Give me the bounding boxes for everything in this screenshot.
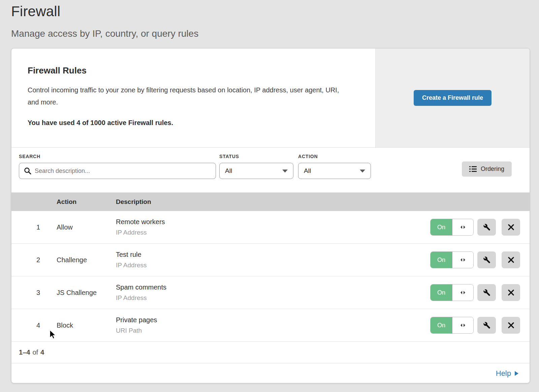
close-icon [508,257,514,263]
rule-priority: 1 [11,223,45,231]
toggle-arrows-icon[interactable] [452,284,473,301]
close-icon [508,224,514,231]
delete-rule-button[interactable] [502,284,520,301]
status-group: STATUS All [219,154,293,179]
chevron-down-icon [282,170,288,173]
rule-enabled-toggle[interactable]: On [430,219,474,236]
rule-description-cell: Spam comments IP Address [116,283,429,302]
edit-rule-button[interactable] [477,219,496,236]
action-select[interactable]: All [298,163,371,179]
help-link-label: Help [496,369,511,378]
chevron-down-icon [360,170,365,173]
search-icon [24,167,32,175]
card-info: Firewall Rules Control incoming traffic … [11,49,375,147]
toggle-on-label[interactable]: On [431,284,452,301]
toggle-on-label[interactable]: On [431,252,452,268]
pagination-range: 1–4 [19,349,30,356]
table-header: Action Description [11,192,530,211]
close-icon [508,322,514,329]
page-subtitle: Manage access by IP, country, or query r… [11,28,539,39]
rule-action: JS Challenge [45,289,116,297]
close-icon [508,289,514,296]
toggle-arrows-icon[interactable] [452,317,473,333]
rule-match-field: IP Address [116,294,429,302]
table-row: 2 Challenge Test rule IP Address On [11,244,530,276]
table-row: 4 Block Private pages URI Path On [11,309,530,342]
action-selected-value: All [304,167,311,175]
pagination: 1–4 of 4 [11,342,530,363]
rule-priority: 3 [11,289,45,297]
rule-description: Private pages [116,316,429,324]
rule-controls: On [429,219,530,236]
edit-rule-button[interactable] [477,317,496,334]
page-header: Firewall Manage access by IP, country, o… [0,0,539,39]
delete-rule-button[interactable] [502,251,520,268]
rule-controls: On [429,317,530,334]
search-input[interactable] [19,163,216,179]
rule-controls: On [429,251,530,268]
toggle-on-label[interactable]: On [431,317,452,333]
rule-priority: 4 [11,322,45,329]
status-selected-value: All [225,167,232,175]
firewall-rules-card: Firewall Rules Control incoming traffic … [11,48,530,383]
toggle-arrows-icon[interactable] [452,252,473,268]
column-header-action: Action [45,198,116,206]
rule-action: Challenge [45,256,116,264]
wrench-icon [483,289,490,296]
rule-controls: On [429,284,530,301]
page-title: Firewall [11,3,539,20]
action-label: ACTION [298,154,371,159]
rules-usage-text: You have used 4 of 1000 active Firewall … [28,119,359,127]
table-row: 3 JS Challenge Spam comments IP Address … [11,276,530,309]
table-row: 1 Allow Remote workers IP Address On [11,211,530,244]
rule-description-cell: Private pages URI Path [116,316,429,334]
wrench-icon [483,256,490,264]
pagination-total: 4 [40,349,44,356]
mouse-cursor [49,330,57,340]
rule-match-field: IP Address [116,229,429,236]
ordering-button[interactable]: Ordering [462,161,512,177]
card-footer: Help [11,363,530,383]
rule-description-cell: Remote workers IP Address [116,218,429,236]
wrench-icon [483,322,490,329]
search-label: SEARCH [19,154,216,159]
delete-rule-button[interactable] [502,317,520,334]
rule-action: Allow [45,223,116,231]
search-group: SEARCH [19,154,216,179]
rule-enabled-toggle[interactable]: On [430,251,474,268]
rule-description: Test rule [116,251,429,259]
rule-match-field: URI Path [116,327,429,334]
ordered-list-icon [469,166,477,173]
filter-bar: SEARCH STATUS All ACTION All [11,148,530,192]
card-heading: Firewall Rules [28,65,359,76]
action-group: ACTION All [298,154,371,179]
rule-description-cell: Test rule IP Address [116,251,429,269]
ordering-button-label: Ordering [481,165,504,173]
arrow-right-icon [514,371,519,376]
rule-action: Block [45,322,116,329]
help-link[interactable]: Help [496,369,519,378]
status-label: STATUS [219,154,293,159]
toggle-arrows-icon[interactable] [452,219,473,235]
edit-rule-button[interactable] [477,284,496,301]
create-firewall-rule-button[interactable]: Create a Firewall rule [414,90,492,106]
rule-enabled-toggle[interactable]: On [430,317,474,334]
rule-enabled-toggle[interactable]: On [430,284,474,301]
card-top-section: Firewall Rules Control incoming traffic … [11,49,530,148]
rule-priority: 2 [11,256,45,264]
toggle-on-label[interactable]: On [431,219,452,235]
rule-match-field: IP Address [116,262,429,269]
card-cta-panel: Create a Firewall rule [375,49,530,147]
pagination-of: of [32,349,38,356]
rule-description: Remote workers [116,218,429,226]
column-header-description: Description [116,198,530,206]
rules-table-body: 1 Allow Remote workers IP Address On [11,211,530,342]
wrench-icon [483,223,490,231]
status-select[interactable]: All [219,163,293,179]
rule-description: Spam comments [116,283,429,291]
card-description: Control incoming traffic to your zone by… [28,84,346,108]
edit-rule-button[interactable] [477,251,496,268]
delete-rule-button[interactable] [502,219,520,236]
